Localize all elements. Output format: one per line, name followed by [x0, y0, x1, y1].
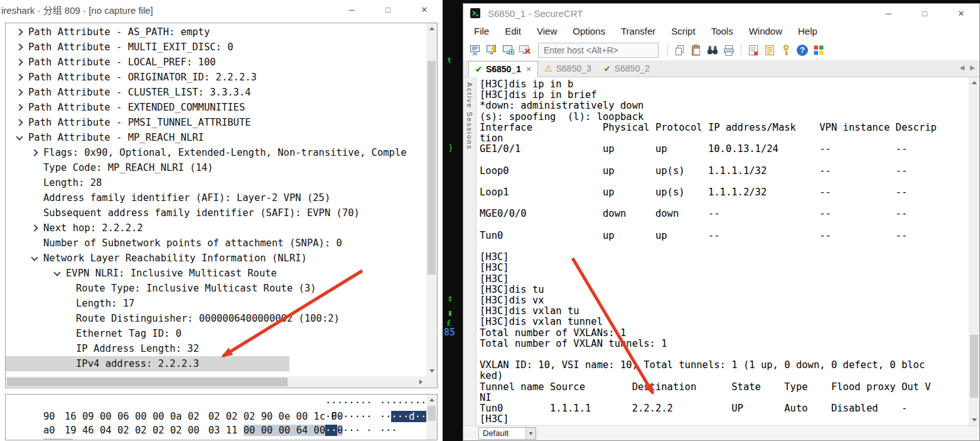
securecrt-titlebar[interactable]: S6850_1 - SecureCRT ─ □ ✕ [463, 4, 979, 23]
tree-horizontal-scrollbar[interactable] [6, 376, 426, 388]
expand-chevron-icon[interactable] [27, 226, 43, 231]
packet-detail-row[interactable]: Type Code: MP_REACH_NLRI (14) [6, 160, 426, 175]
session-tab-s6850-3[interactable]: ⚠ S6850_3 [538, 60, 598, 77]
log-session-icon[interactable] [763, 43, 777, 57]
packet-detail-row-selected[interactable]: IPv4 address: 2.2.2.3 [6, 356, 289, 371]
print-icon[interactable] [722, 43, 736, 57]
key-generator-icon[interactable] [779, 43, 793, 57]
packet-detail-row[interactable]: EVPN NLRI: Inclusive Multicast Route [6, 266, 426, 281]
copy-icon[interactable] [673, 43, 687, 57]
menu-window[interactable]: Window [749, 26, 782, 36]
scroll-right-icon[interactable] [416, 376, 426, 388]
scrollbar-thumb[interactable] [428, 61, 436, 275]
session-options-icon[interactable] [746, 43, 760, 57]
packet-detail-row[interactable]: Path Attribute - MP_REACH_NLRI [6, 130, 426, 145]
packet-detail-row[interactable]: Route Type: Inclusive Multicast Route (3… [6, 281, 426, 296]
packet-detail-row[interactable]: Path Attribute - EXTENDED_COMMUNITIES [6, 100, 426, 115]
packet-detail-row[interactable]: Path Attribute - AS_PATH: empty [6, 24, 426, 40]
scroll-up-icon[interactable] [426, 395, 437, 405]
close-button[interactable]: ✕ [406, 0, 443, 19]
packet-detail-row[interactable]: Address family identifier (AFI): Layer-2… [6, 190, 426, 205]
packet-detail-row[interactable]: Path Attribute - ORIGINATOR_ID: 2.2.2.3 [6, 70, 426, 85]
minimize-button[interactable]: ─ [333, 0, 370, 19]
minimize-button[interactable]: ─ [870, 4, 907, 23]
menu-options[interactable]: Options [573, 26, 605, 36]
collapse-chevron-icon[interactable] [27, 257, 43, 260]
packet-detail-row[interactable]: Path Attribute - LOCAL_PREF: 100 [6, 55, 426, 70]
firewall-dropdown[interactable]: Default ▾ [478, 427, 536, 440]
tab-scroll-right-icon[interactable]: ▶ [970, 64, 975, 71]
scrollbar-thumb[interactable] [970, 335, 978, 398]
connect-in-tab-icon[interactable] [502, 43, 515, 57]
ascii-selected-bytes: ···d·· [391, 411, 426, 422]
menu-transfer[interactable]: Transfer [621, 26, 655, 36]
menu-edit[interactable]: Edit [505, 26, 521, 36]
close-button[interactable]: ✕ [943, 4, 979, 23]
packet-detail-row[interactable]: Path Attribute - PMSI_TUNNEL_ATTRIBUTE [6, 115, 426, 130]
quick-connect-host-input[interactable] [538, 43, 659, 58]
tab-close-icon[interactable]: × [526, 64, 531, 74]
menu-file[interactable]: File [474, 26, 489, 36]
hex-row[interactable]: 9016 09 00 06 00 00 0a 0202 02 02 90 0e … [6, 396, 437, 410]
detail-row-label: Flags: 0x90, Optional, Extended-Length, … [43, 147, 407, 158]
expand-chevron-icon[interactable] [12, 60, 28, 65]
help-icon[interactable]: ? [795, 43, 809, 57]
menu-help[interactable]: Help [798, 26, 817, 36]
packet-detail-row[interactable]: IP Address Length: 32 [6, 341, 426, 356]
wallpaper-number: 85 [444, 327, 455, 338]
scrollbar-thumb[interactable] [7, 378, 288, 386]
packet-details-pane[interactable]: Path Attribute - AS_PATH: empty Path Att… [5, 23, 438, 388]
expand-chevron-icon[interactable] [27, 150, 43, 155]
tree-vertical-scrollbar[interactable] [426, 23, 437, 376]
menu-tools[interactable]: Tools [711, 26, 733, 36]
expand-chevron-icon[interactable] [12, 75, 28, 80]
quick-connect-icon[interactable] [485, 43, 499, 57]
packet-detail-row[interactable]: Path Attribute - MULTI_EXIT_DISC: 0 [6, 40, 426, 55]
packet-detail-row[interactable]: Next hop: 2.2.2.2 [6, 220, 426, 236]
hex-dump-pane[interactable]: 9016 09 00 06 00 00 0a 0202 02 02 90 0e … [5, 394, 438, 440]
terminal-scrollbar[interactable] [969, 77, 979, 425]
hex-vertical-scrollbar[interactable] [426, 395, 437, 440]
terminal[interactable]: [H3C]dis ip in b [H3C]dis ip in brief *d… [477, 77, 969, 425]
packet-detail-row[interactable]: Flags: 0x90, Optional, Extended-Length, … [6, 145, 426, 160]
hex-row[interactable]: a019 46 04 02 02 02 02 0003 11 00 00 00 … [6, 410, 437, 423]
packet-detail-row[interactable]: Ethernet Tag ID: 0 [6, 326, 426, 341]
expand-chevron-icon[interactable] [12, 90, 28, 95]
packet-detail-row[interactable]: Number of Subnetwork points of attachmen… [6, 236, 426, 251]
maximize-button[interactable]: □ [370, 0, 406, 19]
wallpaper-glyph: } [448, 143, 453, 153]
packet-detail-row[interactable]: Length: 17 [6, 296, 426, 311]
scroll-up-icon[interactable] [969, 77, 979, 88]
expand-chevron-icon[interactable] [12, 45, 28, 50]
find-icon[interactable] [706, 43, 719, 57]
wireshark-titlebar[interactable]: ireshark · 分组 809 · [no capture file] ─ … [0, 0, 443, 19]
active-sessions-panel-tab[interactable]: Active Sessions [463, 77, 477, 425]
packet-detail-row[interactable]: Network Layer Reachability Information (… [6, 251, 426, 266]
expand-chevron-icon[interactable] [12, 105, 28, 110]
expand-chevron-icon[interactable] [12, 120, 28, 125]
chevron-down-icon[interactable]: ▾ [525, 428, 536, 439]
collapse-chevron-icon[interactable] [50, 272, 66, 275]
app-options-icon[interactable] [812, 43, 826, 57]
scroll-down-icon[interactable] [969, 415, 979, 425]
packet-detail-row[interactable]: Route Distinguisher: 0000006400000002 (1… [6, 311, 426, 326]
collapse-chevron-icon[interactable] [12, 136, 28, 139]
scroll-up-icon[interactable] [426, 23, 437, 34]
scrollbar-thumb[interactable] [428, 406, 436, 421]
hex-row[interactable]: 00 02 00 00 00 00 20 0202 02 03 ······ ·… [6, 423, 437, 437]
menu-script[interactable]: Script [671, 26, 695, 36]
expand-chevron-icon[interactable] [12, 30, 28, 35]
packet-detail-row[interactable]: Path Attribute - CLUSTER_LIST: 3.3.3.4 [6, 85, 426, 100]
packet-detail-row[interactable]: Subsequent address family identifier (SA… [6, 205, 426, 220]
scroll-down-icon[interactable] [426, 366, 437, 376]
session-tab-s6850-1[interactable]: ✔ S6850_1 × [468, 61, 538, 77]
session-manager-icon[interactable] [469, 43, 483, 57]
tab-scroll-left-icon[interactable]: ◀ [960, 64, 965, 71]
session-tab-s6850-2[interactable]: ✔ S6850_2 [598, 60, 656, 77]
hex-ascii: ·F···········d·· [325, 410, 426, 423]
disconnect-icon[interactable] [518, 43, 532, 57]
packet-detail-row[interactable]: Length: 28 [6, 175, 426, 190]
maximize-button[interactable]: □ [907, 4, 943, 23]
menu-view[interactable]: View [537, 26, 557, 36]
paste-icon[interactable] [689, 43, 703, 57]
